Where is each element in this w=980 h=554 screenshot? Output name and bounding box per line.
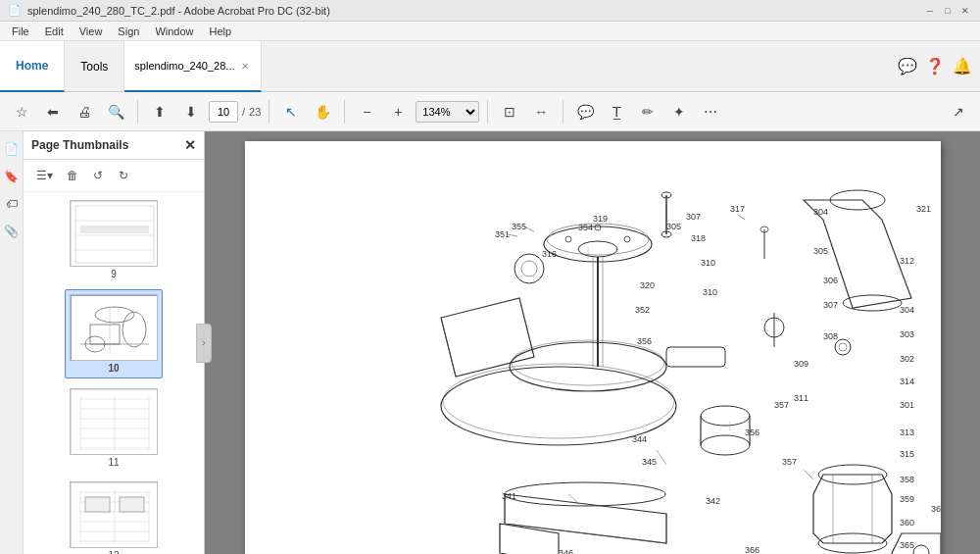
print-button[interactable]: 🖨 — [71, 98, 98, 126]
svg-text:342: 342 — [706, 496, 720, 506]
attachments-panel-button[interactable]: 📎 — [2, 222, 22, 241]
thumbnail-page-11[interactable]: 11 — [66, 384, 162, 472]
svg-rect-34 — [120, 497, 144, 512]
maximize-button[interactable]: □ — [941, 4, 955, 18]
page-input[interactable] — [209, 101, 238, 123]
find-button[interactable]: 🔍 — [102, 98, 129, 126]
zoom-out-button[interactable]: − — [353, 98, 380, 126]
svg-point-76 — [514, 254, 544, 283]
menu-window[interactable]: Window — [147, 24, 201, 39]
sidebar-delete-button[interactable]: 🗑 — [61, 164, 84, 187]
prev-page-button[interactable]: ⬆ — [146, 98, 173, 126]
zoom-in-button[interactable]: + — [384, 98, 412, 126]
svg-text:361: 361 — [931, 504, 941, 514]
cursor-tool-button[interactable]: ↖ — [277, 98, 305, 126]
ribbon-tabs: Home Tools splendimo_240_28... ✕ — [0, 41, 262, 92]
svg-rect-33 — [85, 497, 110, 512]
notification-icon[interactable]: 🔔 — [953, 57, 972, 76]
svg-text:305: 305 — [813, 246, 828, 256]
close-doc-tab[interactable]: ✕ — [239, 61, 251, 72]
close-button[interactable]: ✕ — [958, 4, 972, 18]
svg-rect-82 — [666, 347, 725, 367]
more-tools-button[interactable]: ⋯ — [697, 98, 724, 126]
sidebar-rotate-left-button[interactable]: ↺ — [86, 164, 110, 187]
zoom-select[interactable]: 134% 100% 75% 50% 200% — [416, 101, 479, 123]
tab-home[interactable]: Home — [0, 41, 65, 92]
share-button[interactable]: ↗ — [945, 98, 972, 126]
ribbon-bar: Home Tools splendimo_240_28... ✕ 💬 ❓ 🔔 — [0, 41, 980, 92]
thumbnails-area[interactable]: 9 10 — [24, 192, 204, 554]
thumb-label-9: 9 — [111, 269, 117, 279]
thumbnail-page-9[interactable]: 9 — [66, 196, 162, 283]
title-bar: 📄 splendimo_240_280_TC_2.pdf - Adobe Acr… — [0, 0, 980, 22]
back-button[interactable]: ⬅ — [39, 98, 67, 126]
minimize-button[interactable]: ─ — [923, 4, 937, 18]
toolbar-right: ↗ — [945, 98, 972, 126]
svg-point-53 — [565, 236, 571, 242]
svg-text:305: 305 — [666, 222, 681, 231]
draw-button[interactable]: ✏ — [634, 98, 662, 126]
chat-icon[interactable]: 💬 — [898, 57, 917, 76]
fit-width-button[interactable]: ↔ — [527, 98, 555, 126]
help-icon[interactable]: ❓ — [925, 57, 945, 76]
tags-panel-button[interactable]: 🏷 — [2, 194, 22, 214]
svg-text:307: 307 — [823, 300, 838, 310]
svg-point-47 — [843, 295, 902, 311]
sep2 — [269, 100, 270, 124]
svg-text:346: 346 — [559, 548, 573, 554]
svg-text:310: 310 — [703, 287, 717, 297]
bookmark-button[interactable]: ☆ — [8, 98, 35, 126]
svg-text:356: 356 — [637, 336, 652, 346]
svg-point-55 — [595, 225, 601, 230]
sep3 — [344, 100, 345, 124]
svg-text:344: 344 — [632, 434, 647, 444]
menu-view[interactable]: View — [72, 24, 111, 39]
pages-panel-button[interactable]: 📄 — [2, 139, 22, 159]
svg-line-96 — [738, 215, 745, 220]
svg-text:320: 320 — [640, 280, 655, 290]
hand-tool-button[interactable]: ✋ — [309, 98, 336, 126]
stamp-button[interactable]: ✦ — [665, 98, 693, 126]
svg-text:312: 312 — [900, 256, 914, 266]
tab-tools[interactable]: Tools — [65, 41, 124, 92]
sidebar-close-button[interactable]: ✕ — [184, 137, 196, 153]
svg-text:358: 358 — [900, 475, 914, 484]
menu-help[interactable]: Help — [202, 24, 240, 39]
highlight-button[interactable]: T̲ — [603, 98, 630, 126]
document-tab-label: splendimo_240_28... — [134, 60, 234, 72]
thumb-label-10: 10 — [108, 363, 119, 374]
window-title: splendimo_240_280_TC_2.pdf - Adobe Acrob… — [27, 5, 330, 17]
pdf-content-area[interactable]: 351 355 354 319 317 307 304 321 305 318 … — [205, 131, 980, 554]
svg-line-61 — [441, 318, 456, 377]
thumbnail-page-12[interactable]: 12 — [66, 478, 162, 554]
next-page-button[interactable]: ⬇ — [177, 98, 205, 126]
svg-text:304: 304 — [813, 207, 828, 217]
thumb-drawing-10 — [70, 294, 158, 361]
menu-edit[interactable]: Edit — [37, 24, 72, 39]
svg-line-148 — [804, 470, 813, 479]
fit-page-button[interactable]: ⊡ — [496, 98, 523, 126]
technical-drawing: 351 355 354 319 317 307 304 321 305 318 … — [245, 141, 941, 554]
sidebar-title: Page Thumbnails — [31, 138, 128, 152]
menu-sign[interactable]: Sign — [110, 24, 147, 39]
svg-text:341: 341 — [502, 491, 516, 501]
menu-file[interactable]: File — [4, 24, 37, 39]
app-icon: 📄 — [8, 4, 22, 17]
sep1 — [137, 100, 138, 124]
bookmarks-panel-button[interactable]: 🔖 — [2, 167, 22, 186]
sidebar-collapse-handle[interactable]: › — [196, 324, 212, 363]
svg-text:352: 352 — [635, 305, 650, 315]
comment-button[interactable]: 💬 — [571, 98, 599, 126]
svg-text:313: 313 — [900, 428, 914, 437]
sidebar-rotate-right-button[interactable]: ↻ — [112, 164, 135, 187]
svg-text:304: 304 — [900, 305, 914, 315]
tab-document[interactable]: splendimo_240_28... ✕ — [124, 41, 261, 92]
svg-point-59 — [510, 342, 666, 391]
svg-point-80 — [835, 339, 851, 355]
thumbnail-page-10[interactable]: 10 — [65, 289, 163, 378]
page-total: 23 — [249, 106, 261, 118]
svg-text:306: 306 — [823, 276, 838, 285]
svg-point-62 — [505, 482, 665, 506]
sidebar-pages-dropdown[interactable]: ☰▾ — [29, 164, 59, 187]
svg-point-77 — [521, 261, 537, 277]
